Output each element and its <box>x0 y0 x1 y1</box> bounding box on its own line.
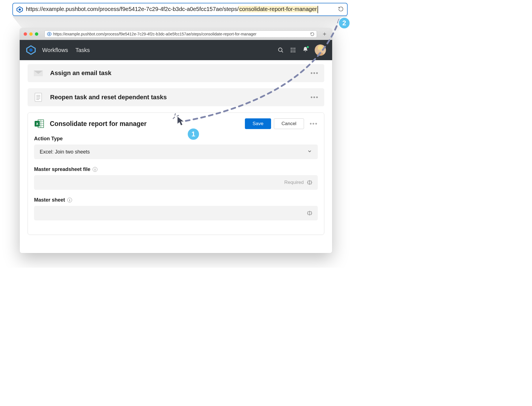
annotation-badge-2: 2 <box>338 17 350 29</box>
content-area: Assign an email task ••• Reopen task and… <box>20 60 332 239</box>
user-avatar[interactable] <box>315 44 326 56</box>
nav-workflows[interactable]: Workflows <box>42 47 68 53</box>
zoomed-url-text: https://example.pushbot.com/process/f9e5… <box>26 6 335 13</box>
svg-point-7 <box>29 48 33 52</box>
svg-point-8 <box>278 48 282 51</box>
cancel-button[interactable]: Cancel <box>274 118 304 129</box>
task-title: Assign an email task <box>50 69 111 77</box>
action-type-select[interactable]: Excel: Join two sheets <box>34 145 318 159</box>
browser-window: https://example.pushbot.com/process/f9e5… <box>20 28 332 253</box>
search-icon[interactable] <box>278 47 284 53</box>
chevron-down-icon <box>307 149 312 155</box>
zoomed-url-highlight: consolidate-report-for-manager <box>239 6 318 12</box>
app-header: Workflows Tasks <box>20 40 332 60</box>
svg-rect-21 <box>35 93 42 101</box>
task-title: Reopen task and reset dependent tasks <box>50 94 167 101</box>
required-label: Required <box>284 180 304 185</box>
apps-grid-icon[interactable] <box>290 47 296 53</box>
traffic-light-close[interactable] <box>24 32 27 36</box>
site-favicon-icon <box>16 6 23 13</box>
svg-point-14 <box>292 49 294 51</box>
master-spreadsheet-input[interactable]: Required <box>34 175 318 190</box>
field-label-master-sheet: Master sheet i <box>34 197 318 203</box>
excel-icon: X <box>34 119 44 129</box>
more-menu-icon[interactable]: ••• <box>310 120 318 127</box>
svg-point-16 <box>291 51 292 53</box>
refresh-icon[interactable] <box>310 32 314 36</box>
svg-point-12 <box>294 48 296 49</box>
svg-point-15 <box>294 49 296 51</box>
svg-point-17 <box>292 51 294 53</box>
document-icon <box>33 92 43 102</box>
nav-tasks[interactable]: Tasks <box>75 47 90 53</box>
info-icon[interactable]: i <box>67 198 72 202</box>
more-menu-icon[interactable]: ••• <box>310 69 319 77</box>
field-label-action-type: Action Type <box>34 136 318 142</box>
svg-point-10 <box>291 48 292 49</box>
task-card-reopen[interactable]: Reopen task and reset dependent tasks ••… <box>28 88 324 106</box>
new-tab-button[interactable] <box>321 30 328 38</box>
task-card-email[interactable]: Assign an email task ••• <box>28 64 324 82</box>
svg-point-13 <box>291 49 292 51</box>
insert-variable-icon[interactable] <box>307 211 313 216</box>
mouse-cursor-icon <box>176 115 187 127</box>
svg-point-1 <box>19 8 21 11</box>
header-nav: Workflows Tasks <box>42 47 90 53</box>
svg-point-3 <box>49 33 50 35</box>
browser-url-bar[interactable]: https://example.pushbot.com/process/f9e5… <box>44 30 317 38</box>
zoomed-url-bar: https://example.pushbot.com/process/f9e5… <box>12 3 348 16</box>
traffic-light-maximize[interactable] <box>35 32 38 36</box>
svg-text:X: X <box>36 122 39 126</box>
app-logo-icon[interactable] <box>26 45 36 55</box>
svg-point-11 <box>292 48 294 49</box>
save-button[interactable]: Save <box>245 118 271 129</box>
more-menu-icon[interactable]: ••• <box>310 94 319 101</box>
refresh-icon[interactable] <box>338 6 344 13</box>
main-card-title: Consolidate report for manager <box>50 120 147 128</box>
field-label-master-spreadsheet: Master spreadsheet file i <box>34 166 318 172</box>
master-sheet-input[interactable] <box>34 206 318 220</box>
info-icon[interactable]: i <box>93 167 97 172</box>
action-type-value: Excel: Join two sheets <box>40 149 90 155</box>
svg-line-9 <box>281 51 283 52</box>
site-favicon-icon <box>47 32 52 36</box>
browser-url-text: https://example.pushbot.com/process/f9e5… <box>53 32 256 36</box>
traffic-light-minimize[interactable] <box>29 32 33 36</box>
notifications-button[interactable] <box>302 46 309 54</box>
annotation-badge-1: 1 <box>187 128 200 141</box>
task-card-consolidate: X Consolidate report for manager Save Ca… <box>28 112 324 235</box>
insert-variable-icon[interactable] <box>307 180 313 185</box>
email-icon <box>33 68 43 78</box>
text-cursor-icon <box>318 6 318 13</box>
svg-point-18 <box>294 51 296 53</box>
browser-tabbar: https://example.pushbot.com/process/f9e5… <box>20 28 332 40</box>
notification-dot-icon <box>307 46 309 48</box>
